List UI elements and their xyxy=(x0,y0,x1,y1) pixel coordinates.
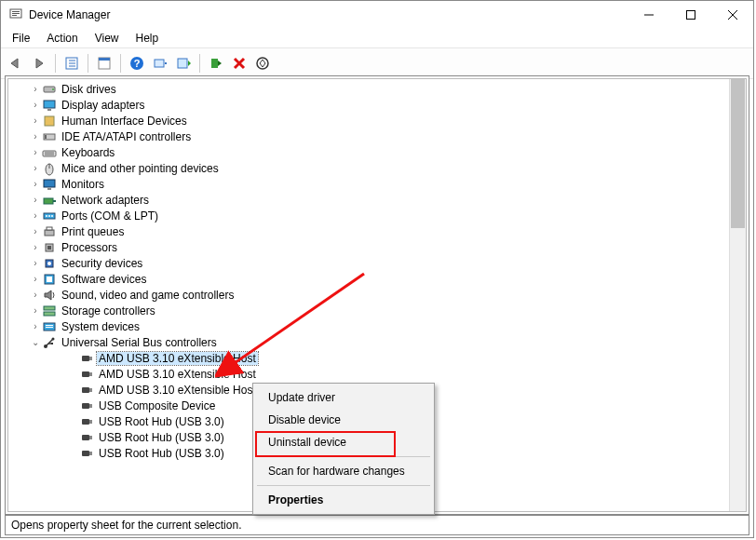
properties-button[interactable] xyxy=(93,52,115,74)
enable-device-button[interactable] xyxy=(205,52,227,74)
tree-category-monitor[interactable]: ›Monitors xyxy=(8,176,730,192)
tree-category-network[interactable]: ›Network adapters xyxy=(8,192,730,208)
svg-point-29 xyxy=(52,88,54,90)
svg-rect-55 xyxy=(47,277,52,282)
update-driver-button[interactable] xyxy=(172,52,195,74)
svg-point-46 xyxy=(48,215,50,217)
tree-category-system[interactable]: ›System devices xyxy=(8,318,730,334)
ctx-properties[interactable]: Properties xyxy=(255,489,432,511)
close-icon xyxy=(728,10,737,20)
svg-rect-58 xyxy=(44,312,55,316)
svg-rect-79 xyxy=(82,451,89,456)
tree-category-cpu-label: Processors xyxy=(60,241,119,254)
svg-rect-34 xyxy=(45,135,47,139)
svg-rect-68 xyxy=(89,357,92,360)
chevron-right-icon[interactable]: › xyxy=(29,226,42,236)
tree-category-display[interactable]: ›Display adapters xyxy=(8,97,730,113)
tree-category-hid[interactable]: ›Human Interface Devices xyxy=(8,113,730,128)
show-hide-tree-button[interactable] xyxy=(61,52,83,74)
toolbar-separator xyxy=(88,54,88,73)
chevron-right-icon[interactable]: › xyxy=(29,210,42,221)
chevron-right-icon[interactable]: › xyxy=(29,305,42,316)
tree-usb-child-3-label: USB Composite Device xyxy=(97,399,217,412)
tree-category-disk[interactable]: ›Disk drives xyxy=(8,81,730,97)
ctx-scan-hardware[interactable]: Scan for hardware changes xyxy=(255,460,432,482)
tree-category-mouse[interactable]: ›Mice and other pointing devices xyxy=(8,160,730,176)
toolbar-separator xyxy=(120,54,121,73)
svg-rect-41 xyxy=(47,188,51,190)
tree-category-storage[interactable]: ›Storage controllers xyxy=(8,303,730,318)
back-button[interactable] xyxy=(5,52,27,74)
window-controls xyxy=(628,1,753,29)
svg-rect-69 xyxy=(82,371,89,377)
chevron-right-icon[interactable]: › xyxy=(29,258,42,268)
svg-rect-75 xyxy=(82,419,89,425)
tree-category-disk-label: Disk drives xyxy=(60,83,118,96)
chevron-right-icon[interactable]: › xyxy=(29,242,42,252)
tree-category-display-label: Display adapters xyxy=(60,99,146,112)
scrollbar-thumb[interactable] xyxy=(731,79,745,228)
chevron-right-icon[interactable]: › xyxy=(29,274,42,284)
svg-point-64 xyxy=(52,337,55,340)
tree-category-sound[interactable]: ›Sound, video and game controllers xyxy=(8,287,730,303)
tree-category-cpu[interactable]: ›Processors xyxy=(8,239,730,255)
chevron-right-icon[interactable]: › xyxy=(29,115,42,126)
tree-usb-child-1[interactable]: AMD USB 3.10 eXtensible Host xyxy=(8,366,730,382)
uninstall-device-button[interactable] xyxy=(228,52,250,74)
svg-point-53 xyxy=(47,262,51,265)
tree-usb-child-5-label: USB Root Hub (USB 3.0) xyxy=(97,431,226,444)
svg-rect-57 xyxy=(44,306,55,310)
forward-button[interactable] xyxy=(28,52,50,74)
chevron-right-icon[interactable]: › xyxy=(29,195,42,205)
chevron-down-icon[interactable]: ⌄ xyxy=(29,337,42,347)
keyboard-icon xyxy=(42,145,57,160)
svg-rect-73 xyxy=(82,403,89,409)
chevron-right-icon[interactable]: › xyxy=(29,290,42,300)
chevron-right-icon[interactable]: › xyxy=(29,131,42,142)
tree-category-keyboard[interactable]: ›Keyboards xyxy=(8,144,730,160)
chevron-right-icon[interactable]: › xyxy=(29,321,42,331)
vertical-scrollbar[interactable] xyxy=(729,79,746,511)
tree-category-ide[interactable]: ›IDE ATA/ATAPI controllers xyxy=(8,128,730,144)
tree-category-port[interactable]: ›Ports (COM & LPT) xyxy=(8,208,730,223)
titlebar: Device Manager xyxy=(1,1,753,29)
tree-category-sound-label: Sound, video and game controllers xyxy=(60,289,236,302)
chevron-right-icon[interactable]: › xyxy=(29,179,42,189)
tree-usb-child-0[interactable]: AMD USB 3.10 eXtensible Host xyxy=(8,350,730,366)
ctx-disable-device[interactable]: Disable device xyxy=(255,409,432,431)
tree-category-security[interactable]: ›Security devices xyxy=(8,255,730,271)
minimize-button[interactable] xyxy=(628,1,669,29)
help-button[interactable]: ? xyxy=(126,52,148,74)
tree-category-port-label: Ports (COM & LPT) xyxy=(60,209,160,223)
port-icon xyxy=(42,209,57,223)
chevron-right-icon[interactable]: › xyxy=(29,147,42,157)
app-icon xyxy=(8,7,23,24)
svg-rect-60 xyxy=(46,325,53,326)
svg-rect-1 xyxy=(12,11,20,12)
forward-icon xyxy=(32,57,47,70)
menu-help[interactable]: Help xyxy=(128,30,167,47)
ctx-uninstall-device[interactable]: Uninstall device xyxy=(255,431,432,453)
tree-category-software[interactable]: ›Software devices xyxy=(8,271,730,287)
mouse-icon xyxy=(42,161,57,176)
menu-view[interactable]: View xyxy=(88,30,127,47)
chevron-right-icon[interactable]: › xyxy=(29,100,42,110)
chevron-right-icon[interactable]: › xyxy=(29,163,42,173)
ctx-update-driver[interactable]: Update driver xyxy=(255,386,432,409)
menu-action[interactable]: Action xyxy=(39,30,85,47)
tree-category-usb[interactable]: ⌄Universal Serial Bus controllers xyxy=(8,334,730,350)
tree-category-mouse-label: Mice and other pointing devices xyxy=(60,162,221,175)
tree-category-print[interactable]: ›Print queues xyxy=(8,223,730,239)
scan-hardware-button[interactable] xyxy=(149,52,171,74)
svg-rect-77 xyxy=(82,435,89,440)
window-title: Device Manager xyxy=(29,8,110,21)
chevron-right-icon[interactable]: › xyxy=(29,84,42,94)
disable-device-button[interactable] xyxy=(251,52,274,74)
close-button[interactable] xyxy=(711,1,753,29)
menu-file[interactable]: File xyxy=(5,30,37,47)
tree-usb-child-6-label: USB Root Hub (USB 3.0) xyxy=(97,447,226,460)
svg-marker-27 xyxy=(260,60,265,67)
monitor-icon xyxy=(42,177,57,192)
maximize-button[interactable] xyxy=(669,1,711,29)
tree-icon xyxy=(64,56,79,71)
